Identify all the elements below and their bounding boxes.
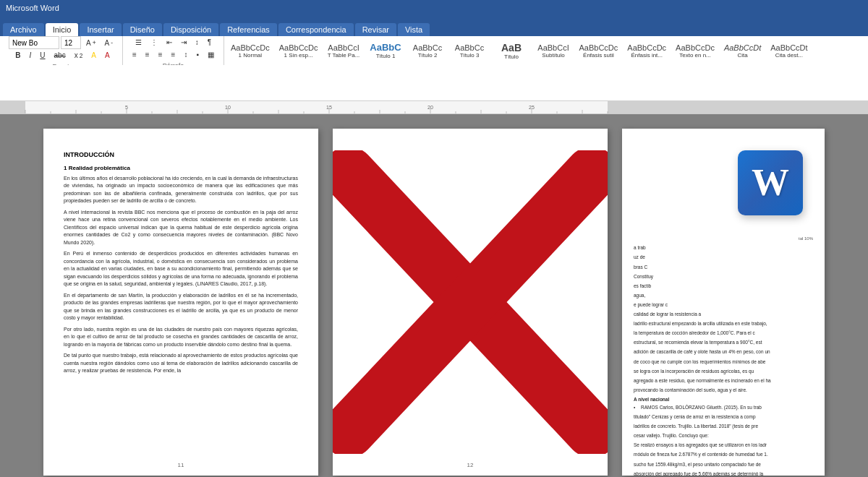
page3-line-11: estructural, se recomienda elevar la tem… <box>634 339 813 345</box>
font-size-input[interactable] <box>61 36 81 49</box>
highlight-button[interactable]: A <box>88 49 100 61</box>
style-tabla-pa[interactable]: AaBbCcI T Table Pa... <box>324 37 364 64</box>
style-titulo[interactable]: AaB Título <box>492 37 532 64</box>
strikethrough-button[interactable]: abc <box>51 49 69 61</box>
align-left-button[interactable]: ≡ <box>129 48 140 61</box>
page1-heading: INTRODUCCIÓN <box>64 150 298 160</box>
tab-inicio[interactable]: Inicio <box>46 23 79 36</box>
page3-line-3: bras C <box>634 264 813 270</box>
tab-referencias[interactable]: Referencias <box>220 23 277 36</box>
title-bar: Microsoft Word <box>0 0 868 16</box>
font-controls-top: A+ A- <box>9 36 116 49</box>
style-titulo1[interactable]: AaBbC Título 1 <box>366 37 406 64</box>
svg-text:5: 5 <box>125 105 128 110</box>
font-controls-bottom: B I U abc x2 A A <box>12 49 113 61</box>
app-title: Microsoft Word <box>6 4 59 12</box>
style-sin-espacio[interactable]: AaBbCcDc 1 Sin esp... <box>276 37 322 64</box>
style-subtitulo[interactable]: AaBbCcI Subtítulo <box>534 37 574 64</box>
style-titulo1-preview: AaBbC <box>370 42 401 53</box>
style-titulo2-preview: AaBbCc <box>413 43 442 52</box>
page3-line-13: de coco que no cumple con los requerimie… <box>634 358 813 365</box>
ribbon: A+ A- B I U abc x2 A A Fuente ☰ ⋮ ⇤ ⇥ ↕ <box>0 36 868 101</box>
style-enfasis-int[interactable]: AaBbCcDc Énfasis int... <box>624 37 670 64</box>
align-justify-button[interactable]: ≡ <box>168 48 179 61</box>
align-right-button[interactable]: ≡ <box>155 48 166 61</box>
page3-line-12: adición de cascarilla de café y olote ha… <box>634 348 813 355</box>
indent-increase-button[interactable]: ⇥ <box>177 36 190 48</box>
style-titulo-preview: AaB <box>501 42 522 53</box>
style-titulo2[interactable]: AaBbCc Título 2 <box>408 37 448 64</box>
style-citadest-label: Cita dest... <box>775 52 803 59</box>
page1-number: 11 <box>178 462 184 468</box>
page3-bullet-cont-4: módulo de fineza fue 2.6787% y el conten… <box>634 451 813 457</box>
font-color-button[interactable]: A <box>101 49 114 61</box>
show-marks-button[interactable]: ¶ <box>204 36 215 48</box>
style-normal-preview: AaBbCcDc <box>231 43 270 52</box>
styles-gallery: AaBbCcDc 1 Normal AaBbCcDc 1 Sin esp... … <box>227 36 862 65</box>
font-shrink-button[interactable]: A- <box>101 37 116 49</box>
tab-revisar[interactable]: Revisar <box>355 23 396 36</box>
page3-text: tal 10% a trab uz de bras C Constituy es… <box>622 223 825 476</box>
subscript-button[interactable]: x2 <box>71 49 87 61</box>
style-tablapa-preview: AaBbCcI <box>328 43 359 52</box>
tab-vista[interactable]: Vista <box>398 23 430 36</box>
borders-button[interactable]: ▦ <box>204 48 218 61</box>
word-logo-container: W <box>738 150 803 215</box>
style-subtitulo-preview: AaBbCcI <box>537 43 569 52</box>
numbering-button[interactable]: ⋮ <box>147 36 161 48</box>
tab-insertar[interactable]: Insertar <box>80 23 121 36</box>
shading-button[interactable]: ▪ <box>192 48 203 61</box>
page1-para-0: En los últimos años el desarrollo poblac… <box>64 175 298 205</box>
bullets-button[interactable]: ☰ <box>132 36 145 48</box>
font-group: A+ A- B I U abc x2 A A Fuente <box>6 36 123 65</box>
style-enfasis-sutil[interactable]: AaBbCcDc Énfasis sutil <box>576 37 622 64</box>
paragraph-group: ☰ ⋮ ⇤ ⇥ ↕ ¶ ≡ ≡ ≡ ≡ ↕ ▪ ▦ Párrafo <box>126 36 224 65</box>
page3-bullet-cont-0: titulado" Cenizas y cenia de arroz en la… <box>634 413 813 420</box>
style-normal[interactable]: AaBbCcDc 1 Normal <box>227 37 273 64</box>
document-area: INTRODUCCIÓN 1 Realidad problemática En … <box>0 114 868 477</box>
bold-button[interactable]: B <box>12 49 24 61</box>
style-cita-dest[interactable]: AaBbCcDt Cita dest... <box>767 37 811 64</box>
page3-line-9: ladrillo estructural empezando la arcill… <box>634 320 813 327</box>
page1-para-2: En Perú el inmenso contenido de desperdi… <box>64 250 298 288</box>
page3-line-0: tal 10% <box>634 236 813 241</box>
style-normal-label: 1 Normal <box>239 52 262 59</box>
italic-button[interactable]: I <box>26 49 35 61</box>
sort-button[interactable]: ↕ <box>192 36 203 48</box>
page3-line-7: e puede lograr c <box>634 301 813 308</box>
style-sinespacio-preview: AaBbCcDc <box>279 43 318 52</box>
tab-diseno[interactable]: Diseño <box>123 23 162 36</box>
style-titulo3-preview: AaBbCc <box>455 43 484 52</box>
style-titulo3-label: Título 3 <box>460 52 480 59</box>
svg-text:10: 10 <box>225 105 231 110</box>
page3-nivel-nacional: A nivel nacional <box>634 396 813 403</box>
tab-archivo[interactable]: Archivo <box>3 23 44 36</box>
svg-text:15: 15 <box>326 105 332 110</box>
underline-button[interactable]: U <box>36 49 48 61</box>
svg-rect-1 <box>0 101 25 114</box>
align-center-button[interactable]: ≡ <box>142 48 153 61</box>
tab-correspondencia[interactable]: Correspondencia <box>278 23 354 36</box>
tab-disposicion[interactable]: Disposición <box>163 23 218 36</box>
tab-bar: Archivo Inicio Insertar Diseño Disposici… <box>0 16 868 36</box>
font-name-input[interactable] <box>9 36 59 49</box>
para-controls-top: ☰ ⋮ ⇤ ⇥ ↕ ¶ <box>132 36 215 48</box>
style-enfasisint-preview: AaBbCcDc <box>627 43 666 52</box>
page3-bullet-0: RAMOS Carlos, BOLÓRZANO Gilueth. (2015).… <box>634 404 813 411</box>
style-cita[interactable]: AaBbCcDt Cita <box>720 37 765 64</box>
style-titulo3[interactable]: AaBbCc Título 3 <box>450 37 490 64</box>
style-titulo-label: Título <box>504 53 519 60</box>
style-texto-preview: AaBbCcDc <box>676 43 715 52</box>
page3-line-6: agua, <box>634 292 813 298</box>
line-spacing-button[interactable]: ↕ <box>180 48 191 61</box>
indent-decrease-button[interactable]: ⇤ <box>163 36 176 48</box>
style-subtitulo-label: Subtítulo <box>542 52 565 59</box>
style-texto-n[interactable]: AaBbCcDc Texto en n... <box>672 37 718 64</box>
page1-para-4: Por otro lado, nuestra región es una de … <box>64 326 298 349</box>
page3-line-10: la temperatura de cocción alrededor de 1… <box>634 330 813 336</box>
font-grow-button[interactable]: A+ <box>82 37 100 49</box>
ribbon-styles-row: A+ A- B I U abc x2 A A Fuente ☰ ⋮ ⇤ ⇥ ↕ <box>0 36 868 65</box>
page3-line-5: es factib <box>634 283 813 289</box>
page2-number: 12 <box>467 462 474 468</box>
paragraph-group-label: Párrafo <box>163 62 184 65</box>
